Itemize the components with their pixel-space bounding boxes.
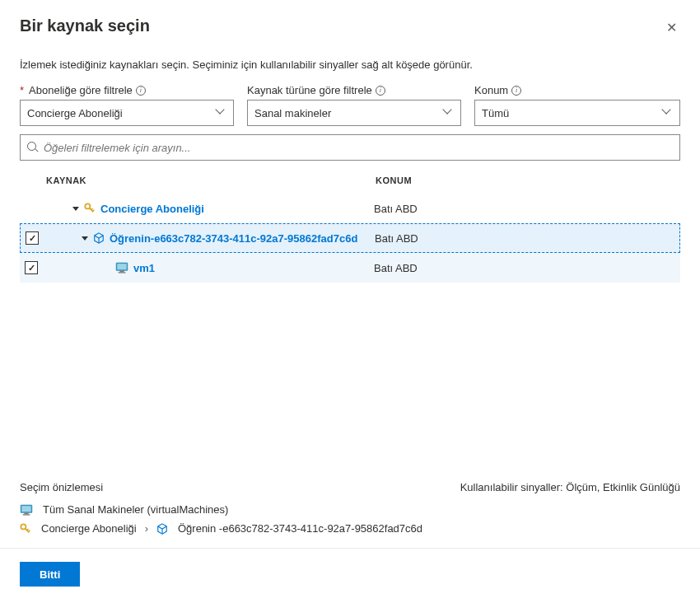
resource-group-icon (156, 523, 168, 535)
chevron-down-icon (217, 108, 226, 118)
available-signals-label: Kullanılabilir sinyaller: Ölçüm, Etkinli… (460, 481, 680, 493)
svg-rect-2 (117, 264, 126, 269)
info-icon[interactable]: i (511, 86, 521, 96)
tree-row-vm[interactable]: vm1 Batı ABD (20, 253, 680, 283)
svg-rect-4 (119, 272, 126, 273)
search-box[interactable] (20, 134, 680, 161)
vm-icon (115, 262, 128, 273)
search-input[interactable] (44, 142, 673, 154)
column-resource: KAYNAK (46, 175, 376, 185)
resource-type-filter-label: Kaynak türüne göre filtrele i (247, 84, 461, 96)
resource-link[interactable]: Öğrenin-e663c782-3743-411c-92a7-95862fad… (110, 232, 357, 245)
search-icon (27, 142, 39, 153)
done-button[interactable]: Bitti (20, 562, 80, 587)
table-header: KAYNAK KONUM (20, 167, 680, 194)
selection-preview-label: Seçim önizlemesi (20, 481, 103, 493)
location-cell: Batı ABD (374, 203, 680, 215)
chevron-down-icon (444, 108, 454, 118)
preview-breadcrumb: Concierge Aboneliği › Öğrenin -e663c782-… (20, 522, 680, 535)
chevron-down-icon (663, 108, 673, 118)
preview-all-vms: Tüm Sanal Makineler (virtualMachines) (20, 503, 680, 516)
key-icon (84, 203, 96, 214)
svg-rect-7 (24, 512, 28, 514)
resource-link[interactable]: Concierge Aboneliği (100, 203, 204, 215)
resource-group-icon (93, 232, 105, 244)
expand-caret-icon[interactable] (72, 207, 79, 211)
description-text: İzlemek istediğiniz kaynakları seçin. Se… (20, 58, 680, 71)
svg-rect-3 (119, 271, 124, 273)
location-cell: Batı ABD (375, 232, 679, 245)
location-dropdown[interactable]: Tümü (474, 100, 680, 126)
close-button[interactable]: ✕ (663, 16, 680, 39)
tree-row-resource-group[interactable]: Öğrenin-e663c782-3743-411c-92a7-95862fad… (20, 223, 680, 253)
svg-rect-6 (21, 506, 30, 512)
svg-point-0 (85, 203, 90, 208)
checkbox[interactable] (25, 261, 38, 274)
subscription-dropdown[interactable]: Concierge Aboneliği (20, 100, 234, 126)
checkbox[interactable] (26, 231, 39, 245)
expand-caret-icon[interactable] (82, 236, 88, 241)
svg-rect-8 (23, 514, 30, 515)
column-location: KONUM (376, 175, 680, 185)
resource-type-dropdown[interactable]: Sanal makineler (247, 100, 461, 126)
info-icon[interactable]: i (376, 86, 385, 96)
key-icon (20, 523, 31, 535)
info-icon[interactable]: i (136, 86, 146, 96)
svg-point-9 (21, 524, 26, 529)
breadcrumb-separator: › (145, 522, 148, 535)
vm-icon (20, 504, 33, 516)
tree-row-subscription[interactable]: Concierge Aboneliği Batı ABD (20, 194, 680, 223)
location-cell: Batı ABD (374, 262, 680, 274)
subscription-filter-label: * Aboneliğe göre filtrele i (20, 84, 234, 96)
resource-link[interactable]: vm1 (133, 262, 155, 274)
panel-title: Bir kaynak seçin (20, 16, 150, 35)
location-filter-label: Konum i (474, 84, 680, 96)
